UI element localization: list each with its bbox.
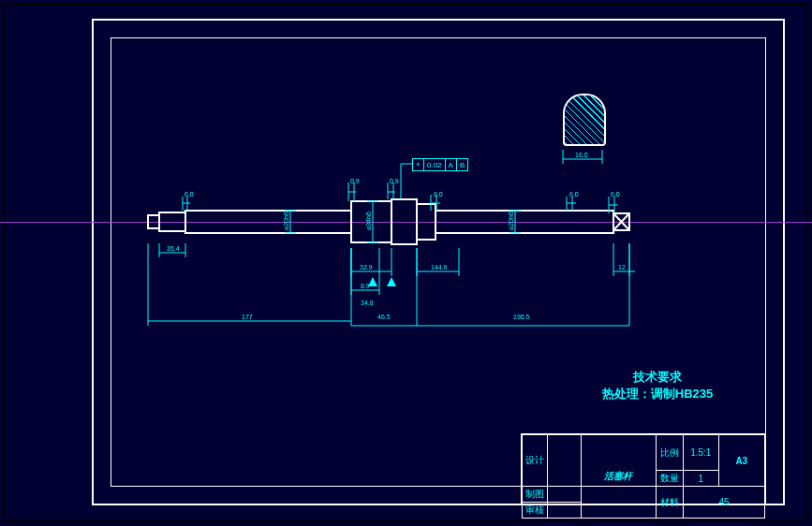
dim: 6.0 xyxy=(185,191,194,197)
dim: 177 xyxy=(242,314,253,320)
title-block: 设计 活塞杆 比例 1.5:1 A3 数量 1 制图 材料 45 审核 xyxy=(521,433,766,505)
dim: 34.8 xyxy=(361,300,374,306)
gtol-datum-a: A xyxy=(446,159,457,170)
dim: ⌀34h6 xyxy=(365,212,373,230)
qty-value: 1 xyxy=(683,471,718,487)
gtol-value: 0.02 xyxy=(424,159,446,170)
dim: 8.9 xyxy=(361,283,370,289)
gtol-frame: ⌖ 0.02 A B xyxy=(412,158,468,171)
dim: 16.0 xyxy=(575,152,588,158)
dim: 6.0 xyxy=(611,191,620,197)
dim: 0.9 xyxy=(390,178,399,184)
dim: 144.9 xyxy=(431,264,448,270)
drawn-label: 制图 xyxy=(523,487,548,503)
dim: 6.0 xyxy=(569,191,579,197)
dim: 46.5 xyxy=(377,314,391,320)
technical-requirements: 技术要求 热处理：调制HB235 xyxy=(573,369,742,402)
material-label: 材料 xyxy=(656,487,683,519)
dim: ⌀20h6 xyxy=(508,212,515,230)
design-label: 设计 xyxy=(523,435,548,487)
material-value: 45 xyxy=(683,487,764,519)
dim: 32.9 xyxy=(360,264,373,270)
gtol-symbol: ⌖ xyxy=(413,159,424,170)
sheet-size: A3 xyxy=(718,435,764,487)
dim: ⌀20h6 xyxy=(283,212,290,230)
part-name: 活塞杆 xyxy=(581,435,656,519)
dim: 26.4 xyxy=(167,245,180,252)
gtol-datum-b: B xyxy=(457,159,467,170)
scale-label: 比例 xyxy=(656,435,683,471)
dim: 6.0 xyxy=(434,191,443,197)
svg-marker-4 xyxy=(387,277,396,286)
scale-value: 1.5:1 xyxy=(683,435,718,471)
check-label: 审核 xyxy=(523,503,548,519)
dim: 12 xyxy=(618,264,626,270)
cross-section-view xyxy=(563,94,606,146)
tech-title: 技术要求 xyxy=(573,369,742,386)
qty-label: 数量 xyxy=(656,471,683,487)
dim: 190.5 xyxy=(513,314,530,320)
tech-note: 热处理：调制HB235 xyxy=(573,386,742,402)
dim: 0.9 xyxy=(350,178,360,184)
